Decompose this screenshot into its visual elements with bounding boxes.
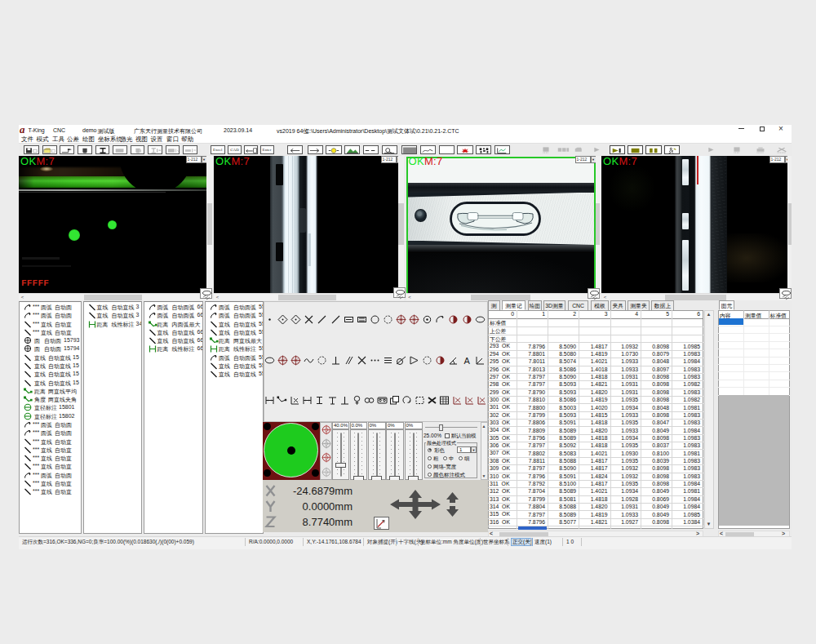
svg-text:A: A	[463, 355, 470, 365]
